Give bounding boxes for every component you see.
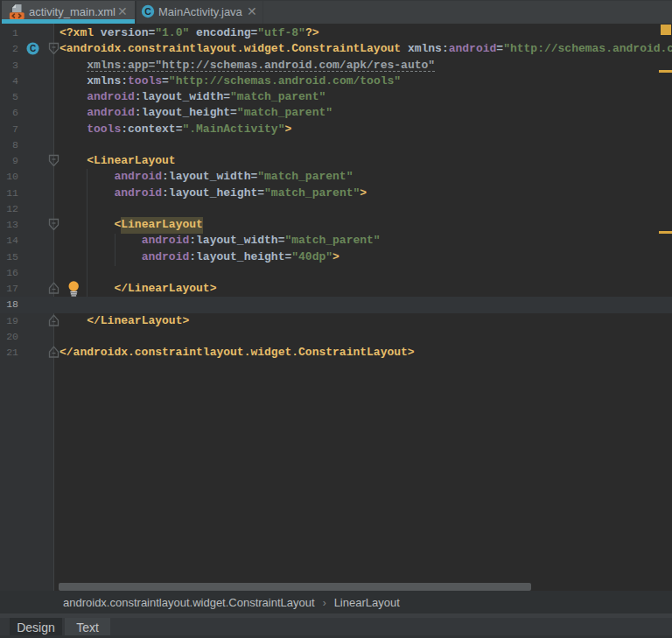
svg-text:C: C [30,44,36,53]
svg-text:C: C [144,6,151,17]
